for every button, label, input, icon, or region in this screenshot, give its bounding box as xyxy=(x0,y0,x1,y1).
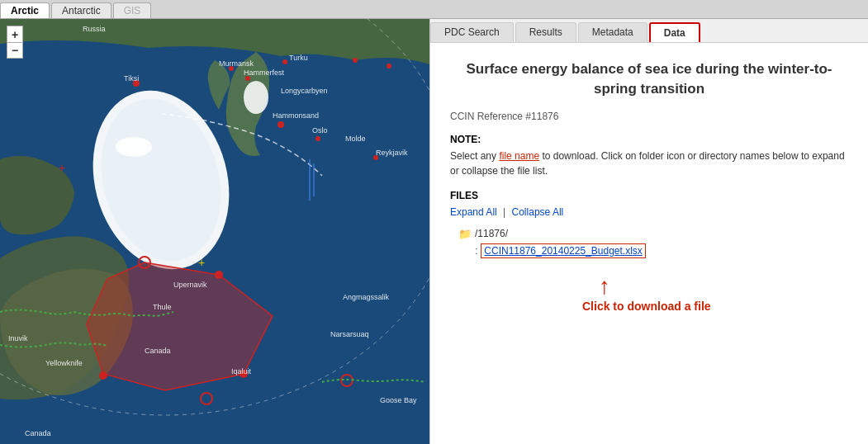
svg-text:Murmansk: Murmansk xyxy=(219,59,254,68)
svg-point-11 xyxy=(99,371,107,380)
svg-point-16 xyxy=(277,121,284,128)
map-panel: + + Tiksi Murmansk Hammerfest Turku Hamm… xyxy=(0,19,429,444)
page-title: Surface energy balance of sea ice during… xyxy=(450,59,848,99)
collapse-all-link[interactable]: Collapse All xyxy=(512,206,564,218)
svg-text:Goose Bay: Goose Bay xyxy=(380,396,417,404)
tab-gis[interactable]: GIS xyxy=(113,2,152,18)
zoom-out-button[interactable]: − xyxy=(7,42,23,59)
svg-text:Oslo: Oslo xyxy=(312,126,328,135)
svg-text:+: + xyxy=(59,161,65,174)
file-tree: 📁 /11876/ : CCIN11876_20140225_Budget.xl… xyxy=(458,228,848,258)
file-row: : CCIN11876_20140225_Budget.xlsx xyxy=(475,243,848,258)
top-navigation: Arctic Antarctic GIS xyxy=(0,0,868,19)
right-tabs: PDC Search Results Metadata Data xyxy=(430,19,868,43)
folder-icon[interactable]: 📁 xyxy=(458,228,472,240)
svg-text:Hammonsand: Hammonsand xyxy=(273,111,319,120)
svg-text:Upernavik: Upernavik xyxy=(173,281,207,289)
arrow-up-icon: ↑ xyxy=(599,275,610,298)
note-label: NOTE: xyxy=(450,134,848,145)
svg-point-15 xyxy=(282,59,287,64)
svg-text:Turku: Turku xyxy=(289,54,308,62)
expand-all-link[interactable]: Expand All xyxy=(450,206,497,218)
file-name-link[interactable]: file name xyxy=(499,150,539,162)
svg-text:Canada: Canada xyxy=(145,347,171,355)
svg-point-20 xyxy=(387,64,391,68)
expand-collapse-links: Expand All | Collapse All xyxy=(450,206,848,218)
tab-metadata[interactable]: Metadata xyxy=(578,22,647,42)
reference-number: CCIN Reference #11876 xyxy=(450,111,848,122)
folder-row: 📁 /11876/ xyxy=(458,228,848,240)
svg-point-3 xyxy=(116,137,152,157)
files-section: FILES Expand All | Collapse All 📁 /11876… xyxy=(450,190,848,313)
zoom-in-button[interactable]: + xyxy=(7,26,23,42)
map-svg: + + Tiksi Murmansk Hammerfest Turku Hamm… xyxy=(0,19,429,444)
tab-arctic[interactable]: Arctic xyxy=(0,2,50,18)
svg-text:+: + xyxy=(198,256,205,269)
tab-pdc-search[interactable]: PDC Search xyxy=(430,22,514,42)
svg-text:Tiksi: Tiksi xyxy=(124,74,139,83)
separator: | xyxy=(503,206,505,218)
svg-text:Narsarsuaq: Narsarsuaq xyxy=(330,330,369,338)
map-zoom-controls: + − xyxy=(7,26,23,59)
folder-name[interactable]: /11876/ xyxy=(475,228,508,239)
svg-point-19 xyxy=(353,58,358,63)
file-bullet-icon: : xyxy=(475,245,477,257)
svg-point-4 xyxy=(244,81,268,114)
svg-text:Iqaluit: Iqaluit xyxy=(231,367,252,376)
download-hint: ↑ Click to download a file xyxy=(582,275,848,313)
tab-results[interactable]: Results xyxy=(515,22,576,42)
content-area: Surface energy balance of sea ice during… xyxy=(430,43,868,444)
svg-point-17 xyxy=(315,136,320,141)
svg-text:Angmagssalik: Angmagssalik xyxy=(343,293,390,301)
svg-text:Inuvik: Inuvik xyxy=(8,334,28,342)
hint-text: Click to download a file xyxy=(582,300,711,313)
svg-text:Reykjavik: Reykjavik xyxy=(376,149,408,157)
svg-text:Longycarbyen: Longycarbyen xyxy=(281,87,328,95)
svg-text:Hammerfest: Hammerfest xyxy=(244,68,285,77)
files-label: FILES xyxy=(450,190,848,201)
svg-text:Canada: Canada xyxy=(25,429,51,437)
svg-text:Thule: Thule xyxy=(153,303,172,311)
svg-text:Yellowknife: Yellowknife xyxy=(45,359,83,367)
main-content: + + Tiksi Murmansk Hammerfest Turku Hamm… xyxy=(0,19,868,444)
svg-text:Russia: Russia xyxy=(83,25,106,33)
note-section: NOTE: Select any file name to download. … xyxy=(450,134,848,178)
tab-data[interactable]: Data xyxy=(649,22,700,42)
note-text: Select any file name to download. Click … xyxy=(450,149,848,178)
file-download-link[interactable]: CCIN11876_20140225_Budget.xlsx xyxy=(481,243,645,258)
tab-antarctic[interactable]: Antarctic xyxy=(51,2,111,18)
svg-text:Molde: Molde xyxy=(345,135,366,143)
right-panel: PDC Search Results Metadata Data Surface… xyxy=(430,19,868,444)
svg-point-7 xyxy=(215,271,223,279)
